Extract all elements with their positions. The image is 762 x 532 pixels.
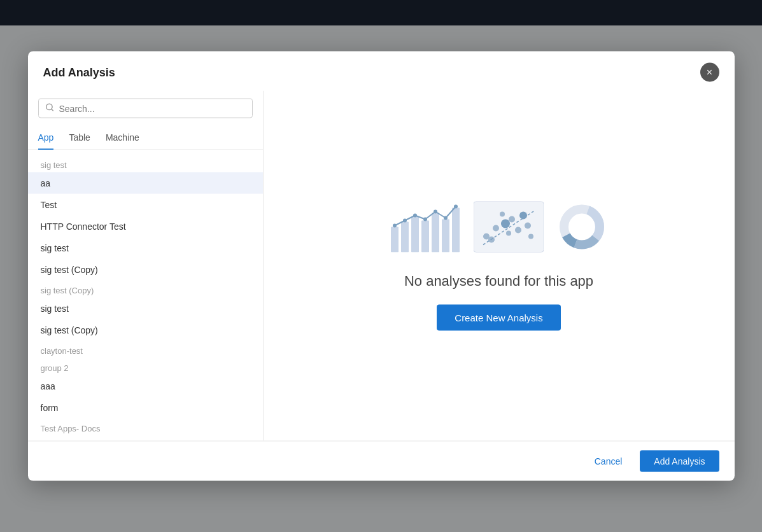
add-analysis-modal: Add Analysis ×	[28, 52, 735, 481]
tab-table[interactable]: Table	[69, 126, 90, 150]
bar-chart-icon	[391, 201, 461, 252]
cancel-button[interactable]: Cancel	[584, 451, 633, 472]
tabs-container: App Table Machine	[28, 126, 263, 150]
svg-point-26	[500, 211, 505, 216]
search-box	[38, 99, 253, 118]
search-icon	[45, 103, 54, 114]
close-button[interactable]: ×	[700, 63, 719, 82]
svg-rect-4	[411, 216, 419, 252]
left-panel: App Table Machine sig test aa Test HTTP …	[28, 91, 264, 441]
modal-title: Add Analysis	[43, 66, 115, 79]
list-item[interactable]: sig test	[28, 237, 263, 259]
svg-rect-7	[442, 219, 449, 252]
svg-point-11	[413, 213, 417, 217]
app-list[interactable]: sig test aa Test HTTP Connector Test sig…	[28, 150, 263, 441]
add-analysis-button[interactable]: Add Analysis	[640, 451, 719, 472]
search-container	[28, 91, 263, 126]
svg-point-9	[393, 223, 397, 227]
empty-state-message: No analyses found for this app	[404, 272, 593, 289]
list-item[interactable]: aaa	[28, 375, 263, 397]
svg-point-24	[525, 222, 531, 228]
list-item[interactable]: aa	[28, 172, 263, 194]
list-item[interactable]: form	[28, 397, 263, 419]
svg-rect-2	[391, 227, 399, 252]
list-item[interactable]: sig test (Copy)	[28, 259, 263, 281]
tab-machine[interactable]: Machine	[106, 126, 139, 150]
group-label-group2: group 2	[28, 358, 263, 375]
svg-point-33	[572, 216, 592, 237]
svg-line-1	[51, 109, 53, 111]
right-panel: No analyses found for this app Create Ne…	[264, 91, 735, 441]
list-item[interactable]: Test	[28, 194, 263, 216]
search-input[interactable]	[59, 103, 246, 113]
svg-point-25	[528, 234, 533, 239]
list-item[interactable]: HTTP Connector Test	[28, 216, 263, 237]
svg-rect-3	[401, 221, 409, 252]
scatter-chart-icon	[474, 201, 544, 252]
group-label-sig-test: sig test	[28, 155, 263, 172]
svg-rect-5	[421, 220, 429, 252]
svg-rect-6	[432, 213, 439, 252]
list-item[interactable]: sig test (Copy)	[28, 319, 263, 341]
svg-point-14	[444, 216, 448, 220]
donut-chart-icon	[556, 201, 607, 252]
empty-illustration	[391, 201, 607, 252]
svg-point-10	[403, 218, 407, 222]
svg-point-18	[493, 225, 499, 231]
svg-point-20	[501, 219, 510, 228]
create-new-analysis-button[interactable]: Create New Analysis	[437, 304, 560, 330]
svg-point-13	[434, 209, 437, 213]
modal-footer: Cancel Add Analysis	[28, 441, 735, 481]
list-item[interactable]: sig test	[28, 298, 263, 319]
modal-overlay: Add Analysis ×	[0, 0, 762, 532]
tab-app[interactable]: App	[38, 126, 54, 150]
modal-body: App Table Machine sig test aa Test HTTP …	[28, 91, 735, 441]
svg-point-22	[515, 227, 521, 233]
svg-point-23	[519, 211, 527, 219]
svg-point-27	[506, 230, 511, 235]
group-label-test-apps-docs: Test Apps- Docs	[28, 419, 263, 436]
group-label-clayton-test: clayton-test	[28, 341, 263, 358]
svg-point-15	[454, 204, 458, 208]
svg-point-12	[423, 217, 427, 221]
svg-point-21	[509, 216, 515, 222]
svg-rect-16	[474, 201, 544, 252]
svg-rect-8	[452, 207, 460, 252]
modal-header: Add Analysis ×	[28, 52, 735, 91]
group-label-sig-test-copy: sig test (Copy)	[28, 281, 263, 298]
